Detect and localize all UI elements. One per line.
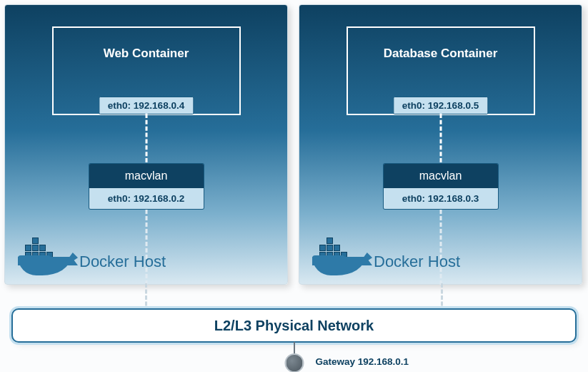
macvlan-name: macvlan [384,164,498,188]
database-container-eth: eth0: 192.168.0.5 [393,97,488,114]
macvlan-eth: eth0: 192.168.0.3 [384,188,498,209]
database-container-title: Database Container [348,46,534,61]
link-host-to-network [441,283,443,312]
macvlan-driver-left: macvlan eth0: 192.168.0.2 [89,164,204,209]
host-label-wrap: Docker Host [18,241,166,275]
link-host-to-network [145,283,147,312]
gateway-label: Gateway 192.168.0.1 [316,356,409,367]
link-container-to-driver [145,114,147,162]
macvlan-eth: eth0: 192.168.0.2 [89,188,204,209]
docker-host-label: Docker Host [79,253,166,271]
docker-host-label: Docker Host [374,253,460,271]
database-container-box: Database Container eth0: 192.168.0.5 [347,26,535,115]
macvlan-name: macvlan [89,164,204,188]
physical-network-box: L2/L3 Physical Network [11,308,577,343]
host-label-wrap: Docker Host [312,241,460,275]
gateway-node-icon [284,353,304,372]
docker-whale-icon [312,241,369,275]
docker-host-left: Web Container eth0: 192.168.0.4 macvlan … [4,4,288,285]
link-container-to-driver [439,114,442,162]
web-container-title: Web Container [54,46,239,61]
web-container-eth: eth0: 192.168.0.4 [99,97,194,114]
web-container-box: Web Container eth0: 192.168.0.4 [52,26,241,115]
docker-whale-icon [18,241,75,275]
docker-host-right: Database Container eth0: 192.168.0.5 mac… [299,4,582,285]
macvlan-driver-right: macvlan eth0: 192.168.0.3 [384,164,498,209]
